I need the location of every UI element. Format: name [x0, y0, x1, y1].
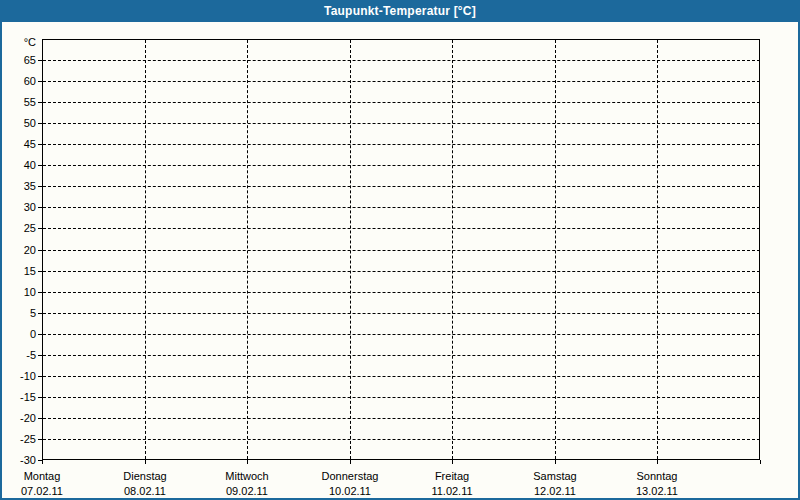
h-gridline: [43, 439, 760, 440]
y-axis-tick: [38, 439, 42, 440]
h-gridline: [43, 60, 760, 61]
y-axis-tick: [38, 250, 42, 251]
h-gridline: [43, 334, 760, 335]
y-tick-label: 25: [4, 222, 36, 235]
x-axis-tick: [247, 460, 248, 464]
y-tick-label: 65: [4, 54, 36, 67]
day-label: Samstag: [503, 469, 607, 484]
date-label: 07.02.11: [0, 484, 94, 499]
v-gridline: [555, 40, 556, 459]
h-gridline: [43, 144, 760, 145]
y-tick-label: -25: [4, 433, 36, 446]
y-tick-label: 45: [4, 138, 36, 151]
y-tick-label: 20: [4, 244, 36, 257]
x-category-label: Montag07.02.11: [0, 469, 94, 499]
h-gridline: [43, 355, 760, 356]
y-axis-tick: [38, 60, 42, 61]
y-axis-tick: [38, 376, 42, 377]
y-axis-tick: [38, 355, 42, 356]
day-label: Donnerstag: [298, 469, 402, 484]
day-label: Mittwoch: [195, 469, 299, 484]
y-tick-label: 35: [4, 180, 36, 193]
day-label: Dienstag: [93, 469, 197, 484]
y-axis-tick: [38, 165, 42, 166]
y-tick-label: 30: [4, 201, 36, 214]
y-tick-label: 60: [4, 75, 36, 88]
x-category-label: Donnerstag10.02.11: [298, 469, 402, 499]
y-axis-tick: [38, 207, 42, 208]
h-gridline: [43, 292, 760, 293]
h-gridline: [43, 397, 760, 398]
h-gridline: [43, 207, 760, 208]
h-gridline: [43, 376, 760, 377]
x-axis-tick: [42, 460, 43, 464]
chart-window: Taupunkt-Temperatur [°C] °C 656055504540…: [0, 0, 800, 500]
v-gridline: [350, 40, 351, 459]
y-axis-tick: [38, 313, 42, 314]
y-tick-label: -20: [4, 412, 36, 425]
h-gridline: [43, 102, 760, 103]
date-label: 13.02.11: [605, 484, 709, 499]
h-gridline: [43, 123, 760, 124]
x-axis-tick: [760, 460, 761, 464]
y-axis-tick: [38, 228, 42, 229]
y-tick-label: 55: [4, 96, 36, 109]
h-gridline: [43, 418, 760, 419]
y-tick-label: 15: [4, 265, 36, 278]
day-label: Montag: [0, 469, 94, 484]
chart-title: Taupunkt-Temperatur [°C]: [324, 4, 476, 18]
x-category-label: Samstag12.02.11: [503, 469, 607, 499]
date-label: 09.02.11: [195, 484, 299, 499]
h-gridline: [43, 313, 760, 314]
y-axis-tick: [38, 144, 42, 145]
x-axis-tick: [555, 460, 556, 464]
y-axis-tick: [38, 418, 42, 419]
x-category-label: Freitag11.02.11: [400, 469, 504, 499]
y-axis-tick: [38, 123, 42, 124]
y-tick-label: 10: [4, 286, 36, 299]
h-gridline: [43, 250, 760, 251]
day-label: Sonntag: [605, 469, 709, 484]
y-axis-tick: [38, 397, 42, 398]
v-gridline: [247, 40, 248, 459]
x-category-label: Mittwoch09.02.11: [195, 469, 299, 499]
date-label: 08.02.11: [93, 484, 197, 499]
day-label: Freitag: [400, 469, 504, 484]
date-label: 12.02.11: [503, 484, 607, 499]
y-axis-tick: [38, 186, 42, 187]
date-label: 10.02.11: [298, 484, 402, 499]
y-axis-tick: [38, 334, 42, 335]
y-tick-label: -15: [4, 391, 36, 404]
y-axis-tick: [38, 81, 42, 82]
y-tick-label: 0: [4, 328, 36, 341]
x-axis-tick: [452, 460, 453, 464]
h-gridline: [43, 228, 760, 229]
v-gridline: [657, 40, 658, 459]
y-tick-label: 40: [4, 159, 36, 172]
y-tick-label: -30: [4, 454, 36, 467]
title-bar: Taupunkt-Temperatur [°C]: [0, 0, 800, 22]
date-label: 11.02.11: [400, 484, 504, 499]
chart-layer: 65605550454035302520151050-5-10-15-20-25…: [0, 0, 800, 500]
h-gridline: [43, 81, 760, 82]
y-tick-label: 50: [4, 117, 36, 130]
x-axis-tick: [350, 460, 351, 464]
v-gridline: [452, 40, 453, 459]
x-axis-tick: [657, 460, 658, 464]
y-axis-tick: [38, 271, 42, 272]
x-category-label: Dienstag08.02.11: [93, 469, 197, 499]
y-tick-label: 5: [4, 307, 36, 320]
v-gridline: [145, 40, 146, 459]
x-category-label: Sonntag13.02.11: [605, 469, 709, 499]
y-tick-label: -10: [4, 370, 36, 383]
y-axis-tick: [38, 292, 42, 293]
y-axis-tick: [38, 102, 42, 103]
h-gridline: [43, 165, 760, 166]
h-gridline: [43, 271, 760, 272]
x-axis-tick: [145, 460, 146, 464]
y-tick-label: -5: [4, 349, 36, 362]
h-gridline: [43, 186, 760, 187]
